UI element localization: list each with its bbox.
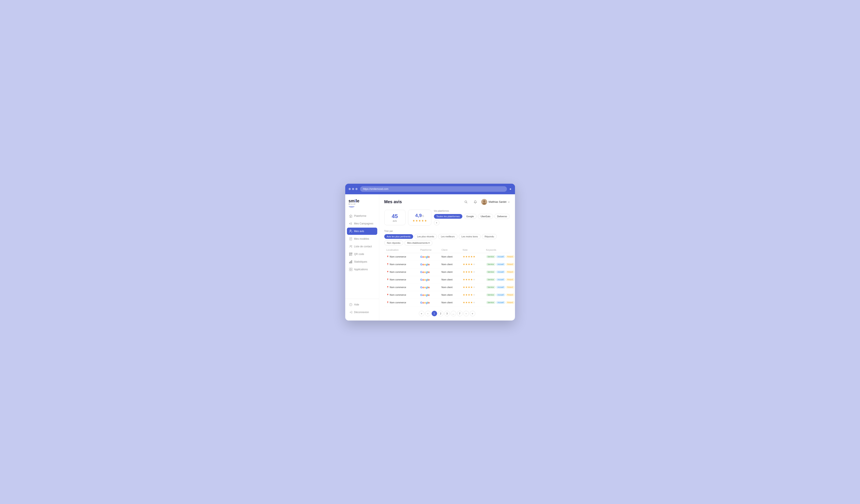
notifications-button[interactable] (472, 199, 479, 205)
page-prev-btn[interactable]: ‹ (425, 311, 431, 316)
sort-btn-non-repondu[interactable]: Non répondu (384, 240, 403, 245)
table-row[interactable]: 📍 Nom commerce Google Nom client ★★★★★ (384, 291, 510, 299)
sidebar-item-deconnexion[interactable]: Déconnexion (347, 308, 377, 316)
reviews-table: Localisation Plateforme Client Note Keyw… (384, 249, 510, 306)
table-row[interactable]: 📍 Nom commerce Google Nom client ★★★★★ (384, 261, 510, 268)
cell-platform: Google (420, 293, 442, 297)
badge-retard: Retard (506, 271, 515, 273)
pin-icon: 📍 (386, 294, 389, 296)
sidebar-item-campagnes[interactable]: Mes Campagnes (347, 220, 377, 227)
pin-icon: 📍 (386, 271, 389, 273)
sort-btn-etablissements[interactable]: Mes établissements ▾ (404, 240, 432, 246)
user-profile[interactable]: Matthias Sardet (481, 199, 510, 205)
platform-btn-google[interactable]: Google (464, 214, 476, 219)
platform-btn-all[interactable]: Toutes les plateformes (434, 214, 462, 219)
sidebar-item-aide[interactable]: Aide (347, 301, 377, 308)
keyword-badges: Service Accueil Retard (486, 286, 515, 289)
platform-btn-more[interactable]: + (434, 220, 440, 225)
cell-location: 📍 Nom commerce (386, 255, 420, 258)
page-7-btn[interactable]: 7 (457, 311, 462, 316)
star-1: ★ (413, 219, 415, 222)
star-5: ★ (425, 219, 427, 222)
cell-stars: ★★★★★ (463, 293, 486, 296)
sort-btn-repondu[interactable]: Répondu (482, 234, 497, 239)
table-row[interactable]: 📍 Nom commerce Google Nom client ★★★★★ (384, 276, 510, 284)
review-stars: ★★★★★ (463, 263, 475, 266)
page-last-btn[interactable]: » (470, 311, 475, 316)
total-avis-number: 45 (389, 213, 401, 219)
table-row[interactable]: 📍 Nom commerce Google Nom client ★★★★★ (384, 284, 510, 291)
page-3-btn[interactable]: 3 (444, 311, 450, 316)
sort-label: Trier par (384, 230, 510, 232)
star-3: ★ (418, 219, 421, 222)
badge-accueil: Accueil (496, 301, 505, 304)
page-next-btn[interactable]: › (463, 311, 469, 316)
sidebar-item-stats[interactable]: Statistiques (347, 258, 377, 265)
cell-platform: Google (420, 278, 442, 281)
cell-client: Nom client (442, 278, 463, 281)
svg-rect-22 (349, 268, 350, 269)
nav-bottom: Aide Déconnexion (345, 299, 379, 316)
sidebar-item-avis[interactable]: Mes avis (347, 228, 377, 235)
browser-url-bar[interactable]: https://smilemood.com (360, 186, 507, 192)
user-check-icon (349, 230, 353, 233)
badge-accueil: Accueil (496, 278, 505, 281)
platform-btn-deliveroo[interactable]: Deliveroo (494, 214, 510, 219)
sidebar-item-contact[interactable]: Liste de contact (347, 243, 377, 250)
table-row[interactable]: 📍 Nom commerce Google Nom client ★★★★★ (384, 268, 510, 276)
sidebar-item-applications[interactable]: Applications (347, 266, 377, 273)
sidebar-item-plateforme[interactable]: Plateforme (347, 212, 377, 219)
cell-location: 📍 Nom commerce (386, 301, 420, 304)
sidebar: sm ī le Mood Plateforme (345, 194, 379, 320)
review-stars: ★★★★★ (463, 293, 475, 296)
sort-btns: Avis les plus pertinents Les plus récent… (384, 234, 510, 246)
sort-btn-recents[interactable]: Les plus récents (414, 234, 437, 239)
svg-rect-12 (349, 253, 350, 254)
cell-platform: Google (420, 271, 442, 274)
platforms-btns: Toutes les plateformes Google UberEats D… (434, 214, 510, 225)
bar-chart-icon (349, 260, 353, 263)
total-avis-label: avis (389, 219, 401, 222)
sidebar-item-qr[interactable]: QR code (347, 250, 377, 258)
badge-retard: Retard (506, 278, 515, 281)
main-header: Mes avis (384, 199, 510, 205)
search-icon (464, 200, 468, 204)
col-header-note: Note (463, 249, 486, 251)
browser-menu-icon: ● (510, 187, 512, 191)
sidebar-item-modeles[interactable]: Mes modèles (347, 235, 377, 243)
badge-service: Service (486, 255, 496, 258)
svg-rect-24 (349, 270, 350, 271)
google-logo: Google (420, 286, 430, 289)
sort-btn-pertinents[interactable]: Avis les plus pertinents (384, 234, 413, 239)
table-row[interactable]: 📍 Nom commerce Google Nom client ★★★★★ (384, 253, 510, 261)
page-2-btn[interactable]: 2 (438, 311, 443, 316)
logo-arc (349, 205, 355, 207)
google-logo: Google (420, 255, 430, 258)
sidebar-label-qr: QR code (354, 253, 364, 256)
search-button[interactable] (462, 199, 469, 205)
review-stars: ★★★★★ (463, 278, 475, 281)
badge-retard: Retard (506, 301, 515, 304)
pin-icon: 📍 (386, 263, 389, 265)
cell-platform: Google (420, 263, 442, 266)
platform-btn-ubereats[interactable]: UberEats (478, 214, 493, 219)
sort-btn-moins-bons[interactable]: Les moins bons (459, 234, 481, 239)
keyword-badges: Service Accueil Retard (486, 278, 515, 281)
svg-point-2 (350, 230, 351, 231)
pin-icon: 📍 (386, 286, 389, 288)
logo: sm ī le Mood (345, 199, 379, 212)
pagination: « ‹ 1 2 3 ... 7 › » (384, 311, 510, 316)
page-1-btn[interactable]: 1 (432, 311, 437, 316)
stats-row: 45 avis 4,9/5 ★ ★ ★ ★ ★ Vos (384, 210, 510, 226)
rating-card: 4,9/5 ★ ★ ★ ★ ★ (408, 210, 431, 226)
review-stars: ★★★★★ (463, 301, 475, 304)
star-2: ★ (415, 219, 418, 222)
sort-btn-meilleurs[interactable]: Les meilleurs (438, 234, 458, 239)
keyword-badges: Service Accueil Retard (486, 301, 515, 304)
cell-keywords: Service Accueil Retard (486, 278, 515, 281)
cell-client: Nom client (442, 293, 463, 296)
page-first-btn[interactable]: « (419, 311, 425, 316)
pin-icon: 📍 (386, 256, 389, 258)
table-row[interactable]: 📍 Nom commerce Google Nom client ★★★★★ (384, 299, 510, 306)
badge-accueil: Accueil (496, 293, 505, 296)
